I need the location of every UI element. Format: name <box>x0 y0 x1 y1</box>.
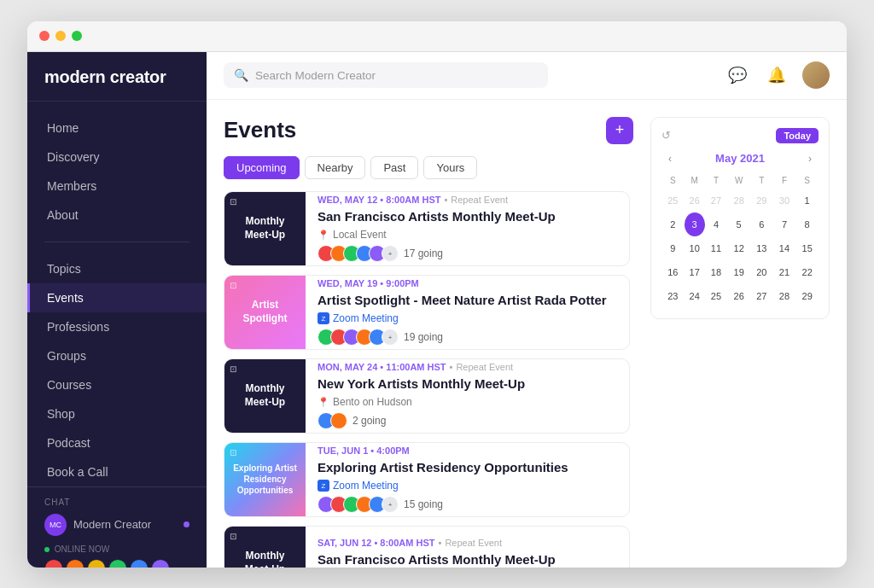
online-user-avatar <box>87 559 106 568</box>
repeat-separator: • <box>450 362 453 372</box>
messages-icon[interactable]: 💬 <box>724 61 751 89</box>
calendar-day[interactable]: 29 <box>795 284 819 308</box>
calendar-day[interactable]: 19 <box>727 260 750 284</box>
chat-name: Modern Creator <box>73 518 151 531</box>
event-date: WED, MAY 19 • 9:00PM <box>318 278 419 288</box>
right-panel: ↺ Today ‹ May 2021 › <box>650 117 830 568</box>
event-info: WED, MAY 12 • 8:00AM HST • Repeat Event … <box>306 192 629 265</box>
calendar-day[interactable]: 26 <box>685 189 705 212</box>
sidebar-item-home[interactable]: Home <box>27 114 207 143</box>
titlebar <box>27 21 847 52</box>
calendar-day[interactable]: 5 <box>727 212 750 236</box>
sidebar-item-shop[interactable]: Shop <box>27 399 207 428</box>
event-card[interactable]: ⊡ Exploring ArtistResidencyOpportunities… <box>224 442 630 517</box>
calendar-header: ‹ May 2021 › <box>661 150 819 167</box>
calendar-next-button[interactable]: › <box>801 150 819 167</box>
calendar-day[interactable]: 14 <box>773 236 796 260</box>
calendar-day[interactable]: 27 <box>705 189 728 212</box>
calendar-day[interactable]: 23 <box>661 284 685 308</box>
calendar-day[interactable]: 21 <box>773 260 796 284</box>
calendar-day[interactable]: 6 <box>750 212 773 236</box>
calendar-day[interactable]: 28 <box>727 189 750 212</box>
calendar-today-button[interactable]: Today <box>776 128 819 143</box>
calendar-day[interactable]: 30 <box>773 189 796 212</box>
calendar-day[interactable]: 4 <box>705 212 728 236</box>
calendar-day[interactable]: 7 <box>773 212 796 236</box>
user-avatar[interactable] <box>802 61 830 89</box>
calendar-day[interactable]: 24 <box>685 284 705 308</box>
sidebar-item-professions[interactable]: Professions <box>27 312 207 341</box>
sidebar-item-courses[interactable]: Courses <box>27 370 207 399</box>
repeat-label: Repeat Event <box>456 362 513 372</box>
sidebar-item-members[interactable]: Members <box>27 172 207 201</box>
calendar-day[interactable]: 20 <box>750 260 773 284</box>
event-name: New York Artists Monthly Meet-Up <box>318 376 617 393</box>
zoom-text: Zoom Meeting <box>333 480 399 492</box>
sidebar-item-groups[interactable]: Groups <box>27 341 207 370</box>
calendar-day[interactable]: 1 <box>795 189 819 212</box>
tab-yours[interactable]: Yours <box>423 156 477 179</box>
calendar-prev-button[interactable]: ‹ <box>661 150 679 167</box>
calendar-day[interactable]: 9 <box>661 236 685 260</box>
calendar-day[interactable]: 22 <box>795 260 819 284</box>
tab-past[interactable]: Past <box>370 156 418 179</box>
thumb-text: Artist Spotlight <box>231 299 299 325</box>
location-pin-icon: 📍 <box>318 397 329 408</box>
zoom-icon: Z <box>318 480 329 492</box>
calendar-day[interactable]: 2 <box>661 212 685 236</box>
event-name: San Francisco Artists Monthly Meet-Up <box>318 208 617 225</box>
attendee-more-count: + <box>382 329 399 346</box>
calendar-day[interactable]: 10 <box>685 236 705 260</box>
search-placeholder: Search Modern Creator <box>255 69 376 82</box>
thumb-text: MonthlyMeet-Up <box>245 550 285 568</box>
event-attendees: + 15 going <box>318 496 617 513</box>
event-card[interactable]: ⊡ MonthlyMeet-Up WED, MAY 12 • 8:00AM HS… <box>224 191 630 266</box>
calendar-day[interactable]: 25 <box>705 284 728 308</box>
attendee-avatar <box>330 412 347 429</box>
sidebar-item-topics[interactable]: Topics <box>27 254 207 283</box>
calendar-day[interactable]: 13 <box>750 236 773 260</box>
event-thumbnail: ⊡ MonthlyMeet-Up <box>224 192 306 265</box>
search-box[interactable]: 🔍 Search Modern Creator <box>224 62 548 88</box>
app-window: modern creator Home Discovery Members Ab… <box>27 21 847 568</box>
tab-upcoming[interactable]: Upcoming <box>224 156 300 179</box>
calendar-day[interactable]: 3 <box>685 212 705 236</box>
event-card[interactable]: ⊡ MonthlyMeet-Up SAT, JUN 12 • 8:00AM HS… <box>224 526 630 568</box>
calendar-day[interactable]: 17 <box>685 260 705 284</box>
calendar-day[interactable]: 12 <box>727 236 750 260</box>
bookmark-icon: ⊡ <box>230 281 236 290</box>
calendar-day[interactable]: 15 <box>795 236 819 260</box>
event-thumbnail: ⊡ MonthlyMeet-Up <box>224 359 306 433</box>
sidebar-item-podcast[interactable]: Podcast <box>27 428 207 457</box>
sidebar-item-events[interactable]: Events <box>27 283 207 312</box>
event-card[interactable]: ⊡ Artist Spotlight WED, MAY 19 • 9:00PM … <box>224 275 630 350</box>
notifications-icon[interactable]: 🔔 <box>763 61 790 89</box>
sidebar-item-book-call[interactable]: Book a Call <box>27 457 207 486</box>
maximize-btn[interactable] <box>72 31 82 41</box>
calendar-day[interactable]: 8 <box>795 212 819 236</box>
close-btn[interactable] <box>39 31 50 41</box>
calendar-refresh-icon[interactable]: ↺ <box>661 129 671 142</box>
sidebar-item-discovery[interactable]: Discovery <box>27 143 207 172</box>
chat-modern-creator[interactable]: MC Modern Creator <box>44 514 189 536</box>
sidebar-item-about[interactable]: About <box>27 201 207 230</box>
calendar-day[interactable]: 29 <box>750 189 773 212</box>
calendar-day[interactable]: 18 <box>705 260 728 284</box>
cal-weekday-fri: F <box>773 174 796 189</box>
minimize-btn[interactable] <box>55 31 66 41</box>
calendar-day[interactable]: 11 <box>705 236 728 260</box>
tab-nearby[interactable]: Nearby <box>305 156 366 179</box>
calendar-grid: S M T W T F S <box>661 174 819 308</box>
calendar-day[interactable]: 25 <box>661 189 685 212</box>
bookmark-icon: ⊡ <box>230 532 236 541</box>
event-thumbnail: ⊡ Exploring ArtistResidencyOpportunities <box>224 443 306 516</box>
calendar-day[interactable]: 28 <box>773 284 796 308</box>
topbar: 🔍 Search Modern Creator 💬 🔔 <box>207 52 847 100</box>
calendar-day[interactable]: 16 <box>661 260 685 284</box>
add-event-button[interactable]: + <box>606 117 633 144</box>
calendar-day[interactable]: 26 <box>727 284 750 308</box>
attendee-avatars <box>318 412 347 429</box>
event-card[interactable]: ⊡ MonthlyMeet-Up MON, MAY 24 • 11:00AM H… <box>224 358 630 434</box>
calendar-day[interactable]: 27 <box>750 284 773 308</box>
event-info: MON, MAY 24 • 11:00AM HST • Repeat Event… <box>306 359 629 433</box>
